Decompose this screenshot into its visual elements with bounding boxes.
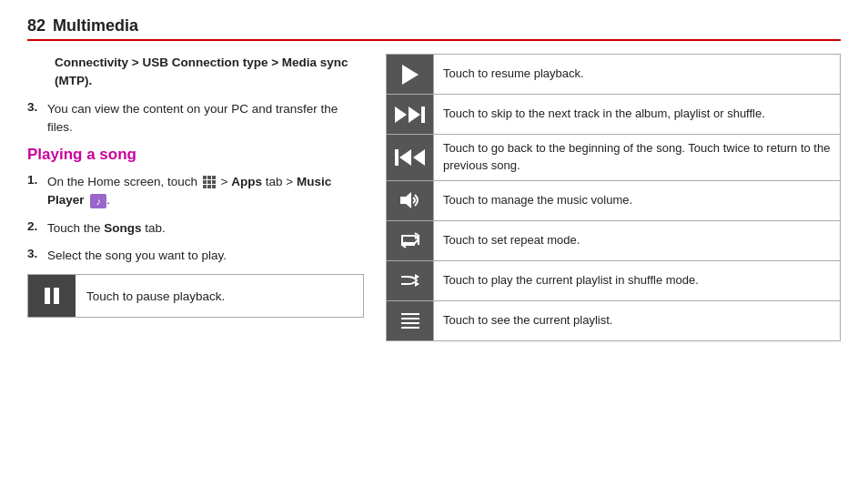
step-2: 2. Touch the Songs tab. [27, 219, 364, 238]
repeat-icon [399, 230, 422, 250]
shuffle-description: Touch to play the current playlist in sh… [434, 260, 841, 300]
music-player-icon: ♪ [90, 194, 106, 208]
apps-grid-icon [203, 176, 216, 188]
controls-table: Touch to resume playback. [386, 54, 841, 341]
step-num-2: 2. [27, 219, 47, 233]
table-row: Touch to set repeat mode. [387, 220, 841, 260]
volume-icon [399, 190, 422, 210]
right-column: Touch to resume playback. [386, 54, 841, 481]
skip-fwd-description: Touch to skip to the next track in the a… [434, 95, 841, 135]
play-icon [402, 65, 419, 85]
play-description: Touch to resume playback. [434, 55, 841, 95]
skip-forward-icon [395, 106, 425, 123]
step-3-pre: 3. You can view the content on your PC a… [27, 100, 364, 137]
page: 82 Multimedia Connectivity > USB Connect… [0, 0, 868, 497]
playlist-icon-cell [387, 300, 434, 340]
step-text-3-pre: You can view the content on your PC and … [47, 100, 364, 137]
pause-icon [45, 288, 59, 304]
shuffle-icon-cell [387, 260, 434, 300]
step-1: 1. On the Home screen, touch > Apps tab … [27, 173, 364, 210]
connectivity-text: Connectivity > USB Connection type > Med… [27, 54, 364, 91]
volume-icon-cell [387, 180, 434, 220]
skip-back-icon [395, 149, 425, 166]
play-icon-cell [387, 55, 434, 95]
pause-icon-cell [28, 275, 76, 317]
main-content: Connectivity > USB Connection type > Med… [27, 54, 841, 481]
step-text-1: On the Home screen, touch > Apps tab > M… [47, 173, 364, 210]
table-row: Touch to manage the music volume. [387, 180, 841, 220]
skip-back-icon-cell [387, 135, 434, 181]
skip-fwd-icon-cell [387, 95, 434, 135]
volume-description: Touch to manage the music volume. [434, 180, 841, 220]
section-title: Playing a song [27, 146, 364, 164]
table-row: Touch to see the current playlist. [387, 300, 841, 340]
step-num-1: 1. [27, 173, 47, 187]
playlist-icon [401, 313, 419, 329]
svg-marker-0 [400, 192, 411, 208]
table-row: Touch to skip to the next track in the a… [387, 95, 841, 135]
table-row: Touch to play the current playlist in sh… [387, 260, 841, 300]
step-3: 3. Select the song you want to play. [27, 247, 364, 265]
left-column: Connectivity > USB Connection type > Med… [27, 54, 364, 481]
step-num-3: 3. [27, 247, 47, 260]
step-num-3-pre: 3. [27, 100, 47, 114]
repeat-icon-cell [387, 220, 434, 260]
page-title: Multimedia [53, 16, 138, 36]
repeat-description: Touch to set repeat mode. [434, 220, 841, 260]
playlist-description: Touch to see the current playlist. [434, 300, 841, 340]
shuffle-icon [399, 270, 422, 290]
table-row: Touch to go back to the beginning of the… [387, 135, 841, 181]
step-text-3: Select the song you want to play. [47, 247, 227, 265]
pause-row: Touch to pause playback. [27, 274, 364, 318]
step-text-2: Touch the Songs tab. [47, 219, 166, 238]
table-row: Touch to resume playback. [387, 55, 841, 95]
skip-back-description: Touch to go back to the beginning of the… [434, 135, 841, 181]
page-number: 82 [27, 16, 45, 36]
page-header: 82 Multimedia [27, 16, 841, 41]
pause-description: Touch to pause playback. [76, 282, 236, 310]
